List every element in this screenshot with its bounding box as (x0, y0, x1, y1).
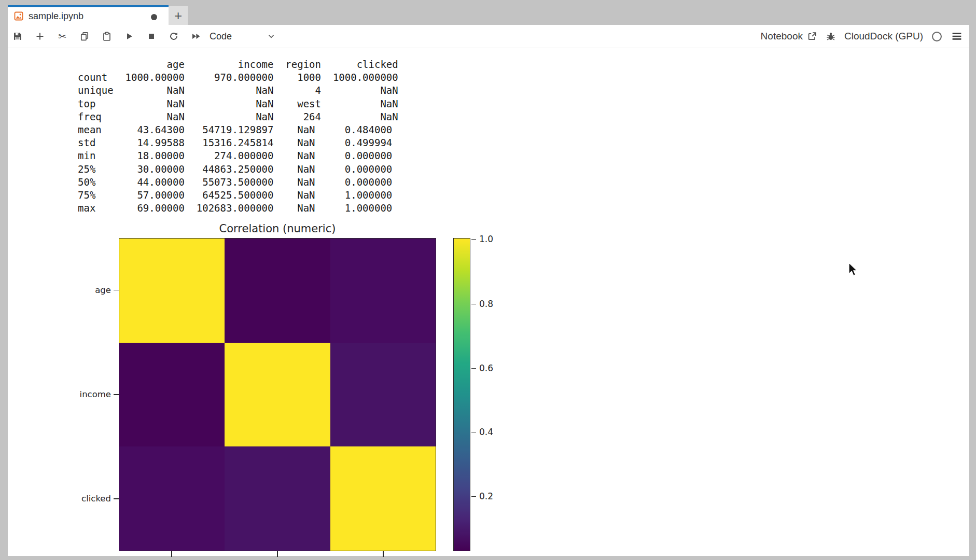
restart-run-all-button[interactable] (191, 31, 201, 41)
open-in-notebook-link[interactable]: Notebook (761, 31, 817, 42)
save-icon (12, 31, 23, 41)
heatmap-cell (330, 446, 436, 551)
colorbar-tick-label: 0.4 (479, 427, 507, 437)
debugger-button[interactable] (826, 31, 836, 41)
mouse-cursor (848, 262, 860, 278)
colorbar-tick-mark (471, 304, 476, 305)
toolbar-right-group: Notebook CloudDock (GPU) (761, 30, 969, 43)
x-tick-mark (383, 551, 384, 557)
y-tick-mark (114, 290, 119, 291)
colorbar-tick-label: 1.0 (479, 234, 507, 244)
tab-title: sample.ipynb (29, 11, 83, 22)
external-link-icon (807, 31, 817, 41)
describe-output-text: age income region clicked count 1000.000… (78, 58, 398, 215)
paste-icon (102, 31, 112, 41)
heatmap-cell (119, 343, 225, 447)
colorbar-tick-label: 0.2 (479, 491, 507, 501)
colorbar-tick-mark (471, 368, 476, 369)
cut-icon: ✂ (58, 31, 66, 41)
colorbar-tick-mark (471, 432, 476, 433)
colorbar (453, 238, 470, 551)
colorbar-tick-label: 0.8 (479, 299, 507, 309)
heatmap-cell (119, 446, 225, 551)
run-cell-button[interactable] (124, 31, 134, 41)
y-tick-mark (114, 394, 119, 395)
cut-cells-button[interactable]: ✂ (57, 31, 67, 41)
colorbar-tick-mark (471, 496, 476, 497)
copy-cells-button[interactable] (79, 31, 90, 41)
hamburger-menu-icon[interactable] (951, 30, 963, 43)
cell-type-dropdown[interactable]: Code (210, 31, 276, 42)
restart-kernel-button[interactable] (169, 31, 179, 41)
copy-icon (79, 31, 90, 41)
heatmap-cell (330, 239, 436, 343)
bug-icon (826, 31, 836, 41)
y-tick-label: age (57, 285, 111, 296)
notebook-link-label: Notebook (761, 31, 803, 42)
notebook-window: sample.ipynb + (8, 5, 969, 556)
heatmap (119, 238, 436, 551)
heatmap-cell (330, 343, 436, 447)
stop-icon (146, 31, 157, 41)
heatmap-cell (225, 239, 330, 343)
x-tick-mark (171, 551, 172, 557)
notebook-toolbar: ✂ (8, 25, 969, 48)
run-icon (124, 31, 134, 41)
application-window: sample.ipynb + (0, 0, 976, 560)
insert-cell-button[interactable] (35, 31, 45, 41)
chevron-down-icon (267, 32, 276, 41)
colorbar-tick-mark (471, 239, 476, 240)
restart-icon (169, 31, 179, 41)
kernel-status-indicator-icon[interactable] (931, 31, 942, 42)
save-button[interactable] (12, 31, 23, 41)
chart-title: Correlation (numeric) (119, 222, 436, 235)
fast-forward-icon (191, 31, 201, 41)
heatmap-cell (225, 343, 330, 447)
x-axis-labels-clipped: ageincomeclicked (119, 558, 436, 560)
heatmap-cell (119, 239, 225, 343)
tab-sample-ipynb[interactable]: sample.ipynb (8, 5, 169, 25)
paste-cells-button[interactable] (102, 31, 112, 41)
x-tick-mark (277, 551, 278, 557)
cell-type-value: Code (210, 31, 232, 42)
insert-cell-icon (35, 31, 45, 41)
heatmap-cell (225, 446, 330, 551)
notebook-file-icon (14, 11, 23, 21)
y-tick-mark (114, 498, 119, 499)
kernel-name-button[interactable]: CloudDock (GPU) (844, 31, 923, 42)
tab-bar: sample.ipynb + (8, 5, 969, 25)
unsaved-changes-dot (151, 14, 157, 20)
colorbar-tick-label: 0.6 (479, 363, 507, 373)
notebook-content-area: age income region clicked count 1000.000… (8, 49, 969, 556)
y-tick-label: income (57, 389, 111, 400)
toolbar-left-group: ✂ (8, 31, 201, 41)
new-tab-button[interactable]: + (169, 6, 188, 25)
y-tick-label: clicked (57, 494, 111, 504)
interrupt-kernel-button[interactable] (146, 31, 157, 41)
